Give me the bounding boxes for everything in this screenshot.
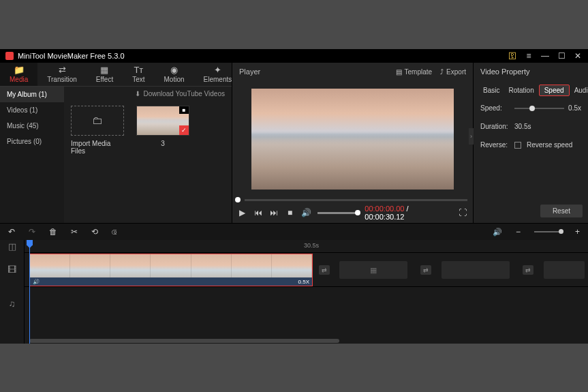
tab-text[interactable]: TтText	[123, 63, 154, 86]
speed-label: Speed:	[480, 104, 510, 112]
media-tile: ■ ✓ 3	[136, 106, 189, 217]
elements-icon: ✦	[214, 65, 221, 74]
template-button[interactable]: ▤Template	[396, 68, 433, 76]
total-time: 00:00:30.12	[365, 213, 404, 221]
volume-slider[interactable]	[318, 212, 358, 214]
media-thumbnail[interactable]: ■ ✓	[136, 106, 189, 136]
export-button[interactable]: ⤴Export	[440, 68, 466, 76]
reverse-checkbox[interactable]	[514, 142, 521, 149]
app-logo-icon	[5, 52, 14, 60]
property-title: Video Property	[474, 63, 588, 80]
added-check-icon: ✓	[179, 125, 189, 135]
transition-icon: ⇄	[59, 65, 66, 74]
import-label: Import Media Files	[71, 140, 124, 155]
player-title: Player	[239, 67, 388, 76]
progress-bar[interactable]	[245, 199, 467, 201]
next-frame-button[interactable]: ⏭	[270, 208, 279, 217]
category-music[interactable]: Music (45)	[0, 118, 64, 134]
clip-slot[interactable]	[544, 261, 585, 279]
category-pictures[interactable]: Pictures (0)	[0, 134, 64, 149]
library-panel: 📁Media ⇄Transition ▦Effect TтText ◉Motio…	[0, 63, 232, 223]
clip-slot[interactable]	[442, 261, 510, 279]
timeline-ruler[interactable]: 30.5s	[25, 240, 588, 252]
rotate-button[interactable]: ⟲	[91, 227, 98, 237]
playhead[interactable]	[29, 240, 30, 344]
download-youtube-link[interactable]: ⬇Download YouTube Videos	[64, 87, 232, 100]
ruler-mark: 30.5s	[304, 242, 319, 249]
title-bar: MiniTool MovieMaker Free 5.3.0 ⚿ ≡ — ☐ ✕	[0, 49, 588, 63]
prev-frame-button[interactable]: ⏮	[253, 208, 262, 217]
duration-label: Duration:	[480, 123, 510, 130]
time-display: 00:00:00.00 / 00:00:30.12	[365, 205, 446, 221]
snap-toggle-icon[interactable]: ◫	[0, 240, 24, 252]
split-button[interactable]: ✂	[71, 227, 78, 237]
library-tabs: 📁Media ⇄Transition ▦Effect TтText ◉Motio…	[0, 63, 232, 87]
folder-icon: 📁	[14, 65, 25, 74]
property-panel: › Video Property Basic Rotation Speed Au…	[474, 63, 588, 223]
clip-slot[interactable]: ▦	[339, 261, 407, 279]
volume-icon[interactable]: 🔊	[301, 208, 311, 217]
effect-icon: ▦	[100, 65, 108, 74]
reset-button[interactable]: Reset	[540, 205, 583, 217]
video-track[interactable]: 🔊 0.5X ⇄ ▦ ⇄ ⇄	[25, 252, 588, 286]
text-icon: Tт	[134, 65, 143, 74]
clip-speed-badge: 0.5X	[298, 279, 309, 285]
tab-motion[interactable]: ◉Motion	[155, 63, 194, 86]
progress-handle[interactable]	[235, 197, 241, 202]
tab-effect[interactable]: ▦Effect	[87, 63, 123, 86]
motion-icon: ◉	[170, 65, 178, 74]
stop-button[interactable]: ■	[285, 208, 294, 217]
timeline-volume-icon[interactable]: 🔊	[493, 228, 502, 237]
prop-tab-basic[interactable]: Basic	[479, 85, 504, 96]
app-title: MiniTool MovieMaker Free 5.3.0	[18, 52, 508, 60]
template-icon: ▤	[396, 68, 402, 76]
key-icon[interactable]: ⚿	[508, 51, 517, 61]
speed-value: 0.5x	[568, 104, 581, 112]
zoom-slider[interactable]	[534, 231, 561, 232]
redo-button[interactable]: ↷	[29, 227, 35, 237]
play-button[interactable]: ▶	[238, 208, 247, 217]
reverse-check-label: Reverse speed	[527, 141, 572, 149]
current-time: 00:00:00.00	[365, 205, 404, 213]
undo-button[interactable]: ↶	[8, 227, 15, 237]
category-list: My Album (1) Videos (1) Music (45) Pictu…	[0, 87, 64, 223]
app-window: MiniTool MovieMaker Free 5.3.0 ⚿ ≡ — ☐ ✕…	[0, 49, 588, 344]
folder-icon: 🗀	[92, 115, 103, 127]
minimize-button[interactable]: —	[540, 51, 550, 61]
video-clip[interactable]: 🔊 0.5X	[29, 254, 313, 286]
speed-slider[interactable]	[514, 108, 564, 109]
audio-track[interactable]	[25, 286, 588, 311]
reverse-label: Reverse:	[480, 141, 510, 149]
maximize-button[interactable]: ☐	[557, 51, 566, 61]
fullscreen-button[interactable]: ⛶	[459, 208, 467, 217]
video-preview	[251, 89, 454, 190]
category-videos[interactable]: Videos (1)	[0, 102, 64, 118]
video-track-icon[interactable]: 🎞	[0, 252, 24, 286]
delete-button[interactable]: 🗑	[49, 227, 57, 237]
timeline-scrollbar[interactable]	[29, 339, 339, 343]
transition-add-button[interactable]: ⇄	[523, 265, 533, 275]
collapse-panel-button[interactable]: ›	[469, 128, 474, 145]
zoom-in-button[interactable]: +	[575, 227, 580, 237]
clip-volume-icon: 🔊	[33, 279, 40, 285]
menu-icon[interactable]: ≡	[524, 51, 533, 61]
audio-track-icon[interactable]: ♫	[0, 286, 24, 320]
transition-add-button[interactable]: ⇄	[319, 265, 330, 275]
zoom-out-button[interactable]: −	[516, 227, 521, 237]
media-label: 3	[161, 140, 165, 147]
prop-tab-rotation[interactable]: Rotation	[504, 85, 538, 96]
crop-button[interactable]: ⟃	[112, 227, 117, 237]
category-my-album[interactable]: My Album (1)	[0, 87, 64, 102]
timeline: ↶ ↷ 🗑 ✂ ⟲ ⟃ 🔊 − + ◫ 🎞 ♫ 30.5s	[0, 224, 588, 344]
player-panel: Player ▤Template ⤴Export ▶ ⏮ ⏭ ■ 🔊 00:00…	[232, 63, 474, 223]
close-button[interactable]: ✕	[573, 51, 583, 61]
transition-add-button[interactable]: ⇄	[420, 265, 431, 275]
prop-tab-speed[interactable]: Speed	[539, 85, 570, 96]
import-media-button[interactable]: 🗀	[71, 106, 124, 136]
tab-transition[interactable]: ⇄Transition	[37, 63, 87, 86]
prop-tab-audio[interactable]: Audio	[570, 85, 588, 96]
import-tile: 🗀 Import Media Files	[71, 106, 124, 217]
download-icon: ⬇	[135, 90, 140, 97]
tab-media[interactable]: 📁Media	[0, 63, 37, 86]
export-icon: ⤴	[440, 68, 444, 76]
